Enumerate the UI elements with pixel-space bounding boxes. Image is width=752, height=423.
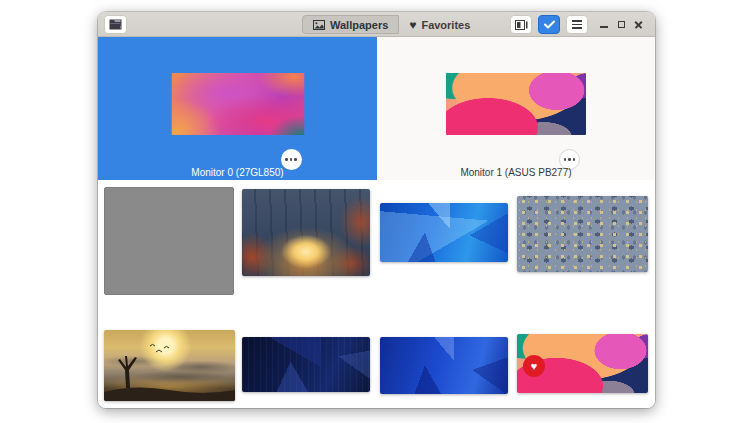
monitor-1-wallpaper-preview	[446, 73, 586, 135]
tab-favorites[interactable]: ♥ Favorites	[399, 15, 481, 34]
hamburger-menu-icon	[572, 20, 582, 29]
close-button[interactable]	[630, 12, 646, 37]
wallpaper-thumbnail-blue-polygon-abstract[interactable]	[380, 203, 508, 262]
apply-button[interactable]	[538, 15, 560, 34]
span-displays-icon	[515, 20, 528, 30]
open-folder-button[interactable]	[104, 15, 127, 34]
close-icon	[634, 20, 643, 29]
wallpaper-thumbnail-aerial-winter-forest[interactable]	[517, 196, 648, 272]
maximize-icon	[618, 21, 625, 28]
ellipsis-icon	[564, 158, 567, 161]
check-icon	[544, 20, 555, 29]
monitor-card-0[interactable]: Monitor 0 (27GL850)	[98, 37, 377, 180]
heart-icon: ♥	[531, 361, 538, 372]
tab-wallpapers[interactable]: Wallpapers	[302, 15, 399, 34]
headerbar: Wallpapers ♥ Favorites	[98, 12, 655, 37]
monitor-1-label: Monitor 1 (ASUS PB277)	[377, 167, 655, 178]
monitor-card-1[interactable]: Monitor 1 (ASUS PB277)	[377, 37, 655, 180]
wallpaper-thumbnail-dark-navy-polygon[interactable]	[242, 337, 370, 392]
ellipsis-icon	[285, 158, 288, 161]
monitor-selection-row: Monitor 0 (27GL850) Monitor 1 (ASUS PB27…	[98, 37, 655, 180]
maximize-button[interactable]	[613, 12, 629, 37]
folder-open-icon	[109, 19, 122, 30]
wallpaper-thumbnail-loading-placeholder[interactable]	[104, 187, 234, 295]
image-icon	[313, 20, 325, 30]
view-switcher: Wallpapers ♥ Favorites	[302, 15, 481, 34]
minimize-button[interactable]	[596, 12, 612, 37]
bare-tree-silhouette	[104, 330, 235, 401]
monitor-0-wallpaper-preview	[171, 73, 304, 135]
wallpaper-thumbnail-colorful-abstract-blobs[interactable]: ♥	[517, 334, 648, 393]
wallpaper-manager-window: Wallpapers ♥ Favorites	[98, 12, 655, 408]
favorite-badge: ♥	[523, 355, 545, 377]
heart-icon: ♥	[409, 18, 416, 32]
wallpaper-thumbnail-sunset-lone-tree[interactable]	[104, 330, 235, 401]
wallpaper-thumbnail-royal-blue-polygon[interactable]	[380, 337, 508, 394]
tab-favorites-label: Favorites	[421, 19, 470, 31]
minimize-icon	[600, 26, 608, 28]
wallpaper-grid: ♥	[98, 180, 655, 408]
monitor-0-label: Monitor 0 (27GL850)	[98, 167, 377, 178]
span-displays-button[interactable]	[510, 15, 532, 34]
menu-button[interactable]	[566, 15, 588, 34]
wallpaper-thumbnail-autumn-forest-path[interactable]	[242, 189, 370, 276]
tab-wallpapers-label: Wallpapers	[330, 19, 388, 31]
